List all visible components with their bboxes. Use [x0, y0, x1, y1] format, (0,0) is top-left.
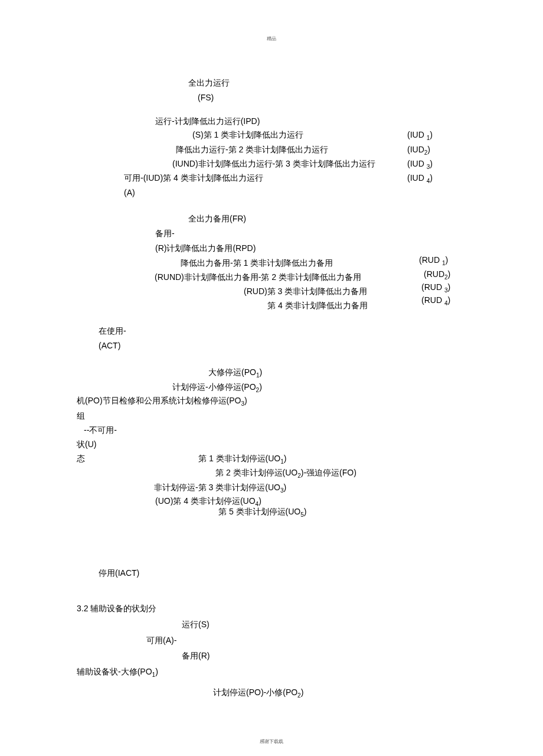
tai-char: 态	[77, 452, 85, 465]
zhuang-u: 状(U)	[77, 438, 96, 451]
rud3-line: (RUD)第 3 类非计划降低出力备用	[244, 285, 367, 298]
document-page: 精品 全出力运行 (FS) 运行-计划降低出力运行(IPD) (S)第 1 类非…	[0, 0, 543, 756]
zu-char: 组	[77, 410, 85, 423]
rud-deg1: 降低出力备用-第 1 类非计划降低出力备用	[181, 257, 333, 270]
iud4-code: (IUD 4)	[407, 172, 433, 185]
aux-po2: 计划停运(PO)-小修(PO2)	[213, 686, 303, 700]
rud2-code: (RUD2)	[424, 268, 450, 282]
po2-line: 计划停运-小修停运(PO2)	[172, 381, 262, 395]
rpd-line: (R)计划降低出力备用(RPD)	[155, 242, 256, 255]
page-header-tiny: 精品	[0, 35, 543, 43]
fs-code: (FS)	[198, 92, 214, 105]
iud1-code: (IUD 1)	[407, 129, 433, 142]
uo2-line: 第 2 类非计划停运(UO2)-强迫停运(FO)	[215, 467, 356, 480]
uo5-line: 第 5 类非计划停运(UO5)	[218, 506, 306, 519]
aux-avail: 可用(A)-	[146, 634, 176, 647]
page-footer-tiny: 感谢下载载	[0, 738, 543, 745]
iud3-code: (IUD 3)	[407, 158, 433, 171]
aux-reserve: 备用(R)	[182, 650, 210, 663]
uo1-line: 第 1 类非计划停运(UO1)	[198, 452, 286, 466]
a-code: (A)	[124, 187, 135, 200]
aux-run: 运行(S)	[182, 618, 210, 631]
reserve-label: 备用-	[155, 227, 175, 240]
uo3-line: 非计划停运-第 3 类非计划停运(UO3)	[154, 481, 286, 495]
degrade2-line: 降低出力运行-第 2 类非计划降低出力运行	[176, 144, 328, 157]
rud4-line: 第 4 类非计划降低出力备用	[267, 299, 368, 312]
fr-line: 全出力备用(FR)	[188, 213, 246, 226]
po1-line: 大修停运(PO1)	[208, 366, 262, 380]
rund-line: (RUND)非计划降低出力备用-第 2 类非计划降低出力备用	[155, 271, 361, 284]
na-line: --不可用-	[84, 424, 117, 437]
a-iud-line: 可用-(IUD)第 4 类非计划降低出力运行	[124, 172, 263, 185]
ipd-line: 运行-计划降低出力运行(IPD)	[155, 115, 260, 128]
section-3-2-title: 3.2 辅助设备的状划分	[77, 602, 156, 615]
rud1-code: (RUD 1)	[419, 254, 448, 268]
iact-line: 停用(IACT)	[99, 567, 139, 580]
iund-line: (IUND)非计划降低出力运行-第 3 类非计划降低出力运行	[172, 158, 375, 171]
rud4-code: (RUD 4)	[421, 294, 450, 308]
aux-po1: 辅助设备状-大修(PO1)	[77, 666, 158, 679]
fs-title: 全出力运行	[188, 77, 230, 90]
iud2-code: (IUD2)	[407, 144, 430, 157]
po3-line: 机(PO)节日检修和公用系统计划检修停运(PO3)	[77, 395, 247, 408]
act-code: (ACT)	[99, 340, 120, 353]
rud3-code: (RUD 3)	[421, 281, 450, 295]
s-line: (S)第 1 类非计划降低出力运行	[192, 129, 303, 142]
inuse-label: 在使用-	[99, 325, 126, 338]
